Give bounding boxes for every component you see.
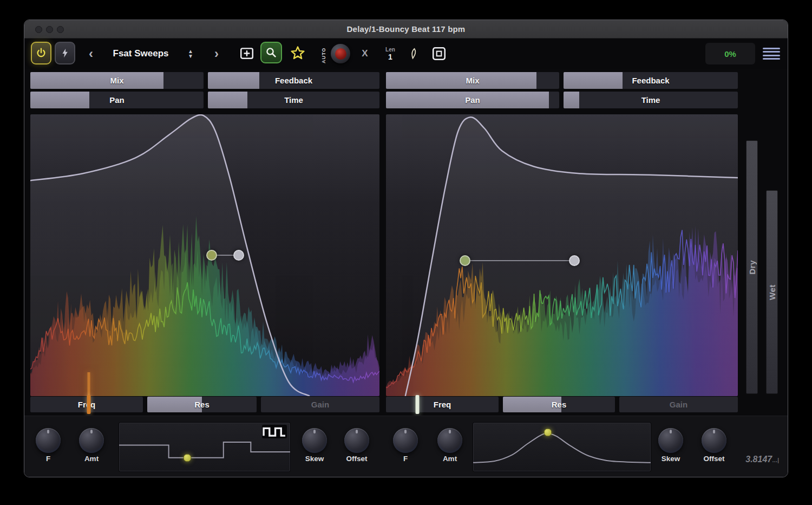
feedback-slider-left[interactable]: Feedback bbox=[208, 72, 379, 89]
slider-label: Pan bbox=[30, 92, 204, 108]
wave-type-button[interactable] bbox=[262, 425, 287, 438]
knob-indicator bbox=[670, 430, 672, 433]
slider-label: Mix bbox=[386, 72, 559, 89]
knob-indicator bbox=[713, 430, 715, 433]
knob-label: Offset bbox=[338, 455, 376, 463]
wet-slider[interactable]: Wet bbox=[766, 190, 778, 394]
len-field[interactable]: Len 1 bbox=[379, 43, 401, 64]
amt-knob-right[interactable] bbox=[437, 428, 462, 453]
time-slider-left[interactable]: Time bbox=[208, 92, 379, 108]
lfo-shape-display-left[interactable] bbox=[119, 422, 291, 472]
clip-icon bbox=[407, 44, 421, 62]
mix-slider-left[interactable]: Mix bbox=[30, 72, 204, 89]
auto-label: AUTO bbox=[321, 44, 326, 63]
amt-knob-left[interactable] bbox=[79, 428, 104, 453]
knob-indicator bbox=[90, 430, 93, 433]
window-title: Delay/1-Bouncy Beat 117 bpm bbox=[347, 24, 466, 34]
slider-label: Time bbox=[564, 92, 738, 108]
knob-indicator bbox=[356, 430, 358, 433]
power-button[interactable] bbox=[31, 42, 51, 64]
slider-label: Mix bbox=[30, 72, 204, 89]
feedback-slider-right[interactable]: Feedback bbox=[564, 72, 738, 89]
spectrum-svg bbox=[386, 114, 738, 396]
prev-preset-button[interactable]: ‹ bbox=[85, 46, 97, 61]
menu-button[interactable] bbox=[761, 45, 782, 62]
spectrum-svg bbox=[30, 114, 379, 396]
handle-connector bbox=[465, 260, 574, 261]
mix-slider-right[interactable]: Mix bbox=[386, 72, 559, 89]
pan-slider-left[interactable]: Pan bbox=[30, 92, 204, 108]
freq-slider-left[interactable]: Freq bbox=[30, 397, 143, 412]
preset-name[interactable]: Fsat Sweeps bbox=[100, 45, 181, 62]
dry-label: Dry bbox=[748, 260, 757, 275]
slider-label: Freq bbox=[386, 397, 499, 412]
star-icon bbox=[290, 45, 306, 61]
skew-knob-left[interactable] bbox=[302, 428, 327, 453]
f-knob-right[interactable] bbox=[393, 428, 418, 453]
res-slider-left[interactable]: Res bbox=[147, 397, 257, 412]
slider-thumb[interactable] bbox=[416, 395, 420, 414]
offset-knob-left[interactable] bbox=[344, 428, 369, 453]
toolbar: ‹ Fsat Sweeps ▲ ▼ › AUTO X Len 1 0 bbox=[24, 38, 788, 69]
stepper-down-icon: ▼ bbox=[188, 54, 193, 59]
filter-handle-b[interactable] bbox=[569, 255, 580, 266]
knob-label: F bbox=[29, 455, 67, 463]
slider-label: Time bbox=[208, 92, 379, 108]
lfo-shape-svg bbox=[473, 423, 651, 471]
clip-button[interactable] bbox=[404, 43, 423, 64]
filter-handle-b[interactable] bbox=[233, 250, 244, 261]
filter-handle-a[interactable] bbox=[460, 255, 470, 266]
search-icon bbox=[265, 46, 278, 59]
lightning-icon bbox=[60, 47, 70, 59]
add-preset-button[interactable] bbox=[237, 43, 257, 63]
slider-label: Res bbox=[147, 397, 257, 412]
window-size-button[interactable] bbox=[428, 43, 450, 64]
power-icon bbox=[35, 47, 47, 59]
knob-label: Skew bbox=[296, 455, 333, 463]
lfo-phase-ball bbox=[184, 454, 192, 462]
skew-knob-right[interactable] bbox=[658, 428, 683, 453]
spectrum-display-left[interactable] bbox=[30, 114, 379, 396]
res-slider-right[interactable]: Res bbox=[503, 397, 615, 412]
search-button[interactable] bbox=[260, 42, 282, 63]
square-wave-icon bbox=[262, 425, 287, 438]
favorite-button[interactable] bbox=[287, 43, 308, 63]
zoom-button[interactable] bbox=[57, 26, 64, 33]
slider-label: Gain bbox=[261, 397, 379, 412]
spectrum-display-right[interactable] bbox=[386, 114, 738, 396]
knob-indicator bbox=[404, 430, 407, 433]
knob-label: F bbox=[387, 455, 424, 463]
len-value: 1 bbox=[388, 53, 392, 61]
freq-cursor bbox=[88, 372, 90, 396]
freq-slider-right[interactable]: Freq bbox=[386, 397, 499, 412]
preset-stepper[interactable]: ▲ ▼ bbox=[185, 46, 197, 62]
menu-icon bbox=[763, 48, 780, 60]
close-button[interactable] bbox=[35, 26, 42, 33]
pan-slider-right[interactable]: Pan bbox=[386, 92, 559, 108]
next-preset-button[interactable]: › bbox=[211, 46, 222, 61]
boost-button[interactable] bbox=[55, 42, 75, 64]
minimize-button[interactable] bbox=[46, 26, 53, 33]
knob-indicator bbox=[449, 430, 451, 433]
f-knob-left[interactable] bbox=[36, 428, 61, 453]
x-button[interactable]: X bbox=[358, 46, 372, 61]
square-in-square-icon bbox=[431, 46, 447, 61]
chevron-left-icon: ‹ bbox=[89, 47, 93, 60]
lfo-phase-ball bbox=[543, 429, 552, 437]
record-knob-icon bbox=[331, 44, 350, 63]
knob-indicator bbox=[313, 430, 316, 433]
offset-knob-right[interactable] bbox=[702, 428, 726, 453]
plugin-window: Delay/1-Bouncy Beat 117 bpm ‹ Fsat Sweep… bbox=[24, 20, 788, 477]
gain-slider-right[interactable]: Gain bbox=[619, 397, 738, 412]
slider-label: Pan bbox=[386, 92, 559, 108]
slider-label: Feedback bbox=[208, 72, 379, 89]
filter-handle-a[interactable] bbox=[206, 250, 217, 261]
slider-label: Res bbox=[503, 397, 615, 412]
wet-label: Wet bbox=[768, 284, 777, 300]
slider-thumb[interactable] bbox=[87, 395, 91, 414]
time-slider-right[interactable]: Time bbox=[564, 92, 738, 108]
auto-macro-knob[interactable] bbox=[331, 44, 350, 63]
gain-slider-left[interactable]: Gain bbox=[261, 397, 379, 412]
dry-slider[interactable]: Dry bbox=[746, 140, 758, 394]
lfo-shape-display-right[interactable] bbox=[473, 422, 651, 472]
